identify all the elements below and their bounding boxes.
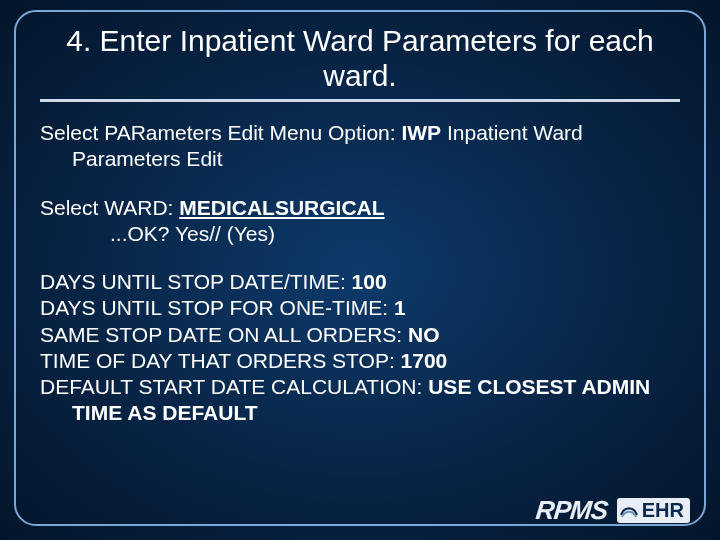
slide-frame: 4. Enter Inpatient Ward Parameters for e…: [14, 10, 706, 526]
slide-body: Select PARameters Edit Menu Option: IWP …: [40, 120, 680, 427]
slide-title: 4. Enter Inpatient Ward Parameters for e…: [40, 24, 680, 102]
field-row: SAME STOP DATE ON ALL ORDERS: NO: [40, 322, 680, 348]
field-value: 1: [394, 296, 406, 319]
rpms-logo: RPMS: [534, 495, 608, 526]
field-label: DEFAULT START DATE CALCULATION:: [40, 375, 428, 398]
field-label: DAYS UNTIL STOP FOR ONE-TIME:: [40, 296, 394, 319]
ward-confirm-line: ...OK? Yes// (Yes): [40, 221, 680, 247]
swoosh-icon: [620, 502, 638, 520]
field-label: DAYS UNTIL STOP DATE/TIME:: [40, 270, 352, 293]
field-value: 100: [352, 270, 387, 293]
menu-option-code: IWP: [401, 121, 441, 144]
ward-select-lead: Select WARD:: [40, 196, 179, 219]
field-row: DAYS UNTIL STOP FOR ONE-TIME: 1: [40, 295, 680, 321]
field-row: DEFAULT START DATE CALCULATION: USE CLOS…: [40, 374, 680, 427]
field-value: 1700: [401, 349, 448, 372]
footer-logo-group: RPMS EHR: [536, 495, 690, 526]
field-label: TIME OF DAY THAT ORDERS STOP:: [40, 349, 401, 372]
ward-select-block: Select WARD: MEDICALSURGICAL ...OK? Yes/…: [40, 195, 680, 248]
field-row: TIME OF DAY THAT ORDERS STOP: 1700: [40, 348, 680, 374]
ehr-text: EHR: [642, 499, 684, 522]
field-label: SAME STOP DATE ON ALL ORDERS:: [40, 323, 408, 346]
ward-select-value: MEDICALSURGICAL: [179, 196, 384, 219]
field-list: DAYS UNTIL STOP DATE/TIME: 100 DAYS UNTI…: [40, 269, 680, 427]
field-value: NO: [408, 323, 440, 346]
menu-option-lead: Select PARameters Edit Menu Option:: [40, 121, 401, 144]
ward-select-line: Select WARD: MEDICALSURGICAL: [40, 195, 680, 221]
field-row: DAYS UNTIL STOP DATE/TIME: 100: [40, 269, 680, 295]
ehr-badge: EHR: [617, 498, 690, 523]
menu-option-line: Select PARameters Edit Menu Option: IWP …: [40, 120, 680, 173]
